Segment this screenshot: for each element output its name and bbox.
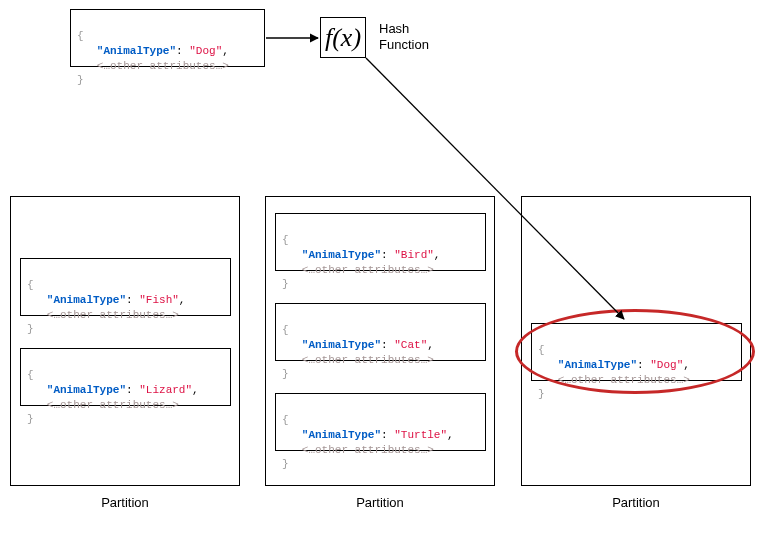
record-bird: { "AnimalType": "Bird", <…other attribut… [275, 213, 486, 271]
record-fish: { "AnimalType": "Fish", <…other attribut… [20, 258, 231, 316]
record-other: <…other attributes…> [47, 309, 179, 321]
brace-close: } [77, 74, 84, 86]
diagram-root: { "AnimalType": "Dog", <…other attribute… [0, 0, 761, 536]
record-value: "Fish" [139, 294, 179, 306]
input-key: "AnimalType" [97, 45, 176, 57]
record-cat: { "AnimalType": "Cat", <…other attribute… [275, 303, 486, 361]
input-other: <…other attributes…> [97, 60, 229, 72]
record-value: "Cat" [394, 339, 427, 351]
partition-3-label: Partition [521, 495, 751, 510]
record-turtle: { "AnimalType": "Turtle", <…other attrib… [275, 393, 486, 451]
input-record: { "AnimalType": "Dog", <…other attribute… [70, 9, 265, 67]
brace-open: { [77, 30, 84, 42]
partition-1: { "AnimalType": "Fish", <…other attribut… [10, 196, 240, 486]
record-other: <…other attributes…> [302, 444, 434, 456]
record-other: <…other attributes…> [302, 354, 434, 366]
partition-2: { "AnimalType": "Bird", <…other attribut… [265, 196, 495, 486]
record-key: "AnimalType" [47, 294, 126, 306]
fx-symbol: f(x) [325, 23, 361, 53]
record-key: "AnimalType" [302, 249, 381, 261]
record-lizard: { "AnimalType": "Lizard", <…other attrib… [20, 348, 231, 406]
hash-function-box: f(x) [320, 17, 366, 58]
record-key: "AnimalType" [47, 384, 126, 396]
record-value: "Lizard" [139, 384, 192, 396]
hash-function-label: Hash Function [379, 21, 439, 52]
record-value: "Bird" [394, 249, 434, 261]
partition-2-label: Partition [265, 495, 495, 510]
record-key: "AnimalType" [302, 429, 381, 441]
partition-1-label: Partition [10, 495, 240, 510]
record-key: "AnimalType" [302, 339, 381, 351]
input-value: "Dog" [189, 45, 222, 57]
record-value: "Turtle" [394, 429, 447, 441]
highlight-ellipse [515, 309, 755, 394]
record-other: <…other attributes…> [302, 264, 434, 276]
record-other: <…other attributes…> [47, 399, 179, 411]
